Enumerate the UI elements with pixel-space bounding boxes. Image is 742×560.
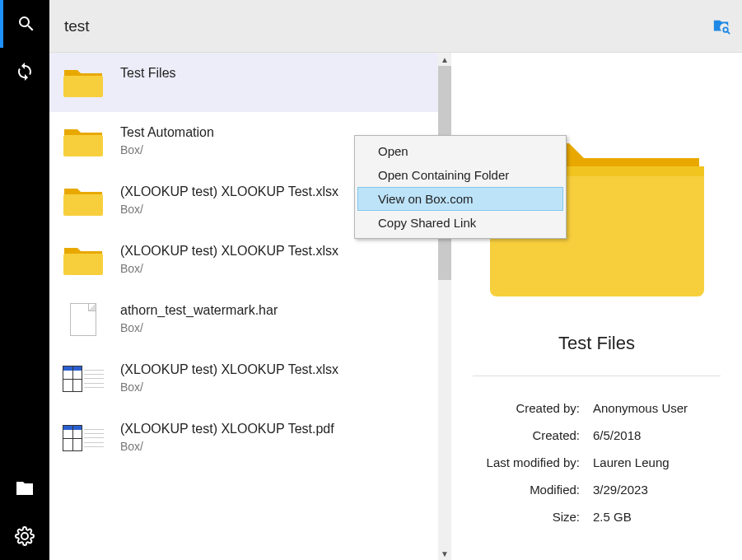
result-path: Box/ bbox=[120, 262, 338, 275]
result-row[interactable]: Test Files bbox=[49, 53, 438, 112]
folder-icon bbox=[61, 64, 105, 100]
meta-value-modified: 3/29/2023 bbox=[588, 483, 721, 497]
result-title: Test Automation bbox=[120, 125, 214, 140]
result-title: (XLOOKUP test) XLOOKUP Test.pdf bbox=[120, 422, 334, 436]
result-path: Box/ bbox=[120, 321, 278, 334]
result-row[interactable]: athorn_test_watermark.harBox/ bbox=[49, 290, 438, 349]
meta-label-created: Created: bbox=[473, 428, 588, 442]
result-row[interactable]: (XLOOKUP test) XLOOKUP Test.xlsxBox/ bbox=[49, 231, 438, 290]
sync-icon bbox=[15, 62, 35, 82]
meta-value-created-by: Anonymous User bbox=[588, 401, 721, 415]
svg-rect-4 bbox=[63, 194, 103, 216]
result-title: Test Files bbox=[120, 66, 176, 81]
app-root: test Test FilesTest AutomationBox/(XLOOK… bbox=[0, 0, 742, 560]
results-scrollbar[interactable]: ▲ ▼ bbox=[438, 53, 451, 560]
svg-point-0 bbox=[723, 27, 728, 32]
context-menu-item[interactable]: Open Containing Folder bbox=[357, 163, 563, 187]
nav-files[interactable] bbox=[0, 464, 49, 512]
results-list: Test FilesTest AutomationBox/(XLOOKUP te… bbox=[49, 53, 438, 560]
result-path: Box/ bbox=[120, 203, 338, 216]
folder-icon bbox=[61, 242, 105, 278]
detail-separator bbox=[473, 376, 721, 376]
folder-search-icon bbox=[712, 17, 730, 35]
svg-rect-2 bbox=[63, 76, 103, 97]
svg-rect-5 bbox=[63, 254, 103, 275]
detail-panel: Test Files Created by:Anonymous User Cre… bbox=[451, 53, 742, 560]
nav-settings[interactable] bbox=[0, 512, 49, 560]
result-title: (XLOOKUP test) XLOOKUP Test.xlsx bbox=[120, 244, 338, 259]
context-menu-item[interactable]: Open bbox=[357, 139, 563, 163]
folder-icon bbox=[15, 478, 35, 498]
folder-icon bbox=[61, 183, 105, 219]
svg-line-1 bbox=[727, 31, 730, 34]
context-menu-item[interactable]: View on Box.com bbox=[357, 187, 563, 211]
scroll-down-arrow[interactable]: ▼ bbox=[438, 547, 451, 560]
meta-value-modified-by: Lauren Leung bbox=[588, 455, 721, 469]
search-header: test bbox=[49, 0, 742, 53]
meta-value-size: 2.5 GB bbox=[588, 510, 721, 524]
nav-sidebar bbox=[0, 0, 49, 560]
context-menu-item[interactable]: Copy Shared Link bbox=[357, 211, 563, 235]
detail-title: Test Files bbox=[558, 333, 635, 354]
scroll-up-arrow[interactable]: ▲ bbox=[438, 53, 451, 66]
nav-sync[interactable] bbox=[0, 48, 49, 96]
detail-meta: Created by:Anonymous User Created:6/5/20… bbox=[473, 394, 721, 530]
results-list-wrap: Test FilesTest AutomationBox/(XLOOKUP te… bbox=[49, 53, 451, 560]
svg-rect-3 bbox=[63, 135, 103, 156]
context-menu: OpenOpen Containing FolderView on Box.co… bbox=[354, 135, 567, 239]
result-row[interactable]: (XLOOKUP test) XLOOKUP Test.xlsxBox/ bbox=[49, 349, 438, 408]
folder-icon bbox=[61, 124, 105, 160]
file-icon bbox=[61, 301, 105, 338]
nav-search[interactable] bbox=[0, 0, 49, 48]
meta-label-size: Size: bbox=[473, 510, 588, 524]
result-path: Box/ bbox=[120, 440, 334, 453]
result-row[interactable]: (XLOOKUP test) XLOOKUP Test.pdfBox/ bbox=[49, 408, 438, 468]
result-path: Box/ bbox=[120, 380, 338, 394]
gear-icon bbox=[15, 526, 35, 546]
result-title: (XLOOKUP test) XLOOKUP Test.xlsx bbox=[120, 362, 338, 377]
search-input[interactable]: test bbox=[64, 17, 90, 35]
meta-label-modified-by: Last modified by: bbox=[473, 455, 588, 469]
result-title: (XLOOKUP test) XLOOKUP Test.xlsx bbox=[120, 184, 338, 199]
folder-search-button[interactable] bbox=[712, 17, 730, 35]
spreadsheet-icon bbox=[61, 420, 105, 456]
meta-label-created-by: Created by: bbox=[473, 401, 588, 415]
search-icon bbox=[16, 14, 36, 34]
spreadsheet-icon bbox=[61, 361, 105, 397]
result-path: Box/ bbox=[120, 143, 214, 156]
meta-value-created: 6/5/2018 bbox=[588, 428, 721, 442]
result-title: athorn_test_watermark.har bbox=[120, 303, 278, 318]
meta-label-modified: Modified: bbox=[473, 483, 588, 497]
